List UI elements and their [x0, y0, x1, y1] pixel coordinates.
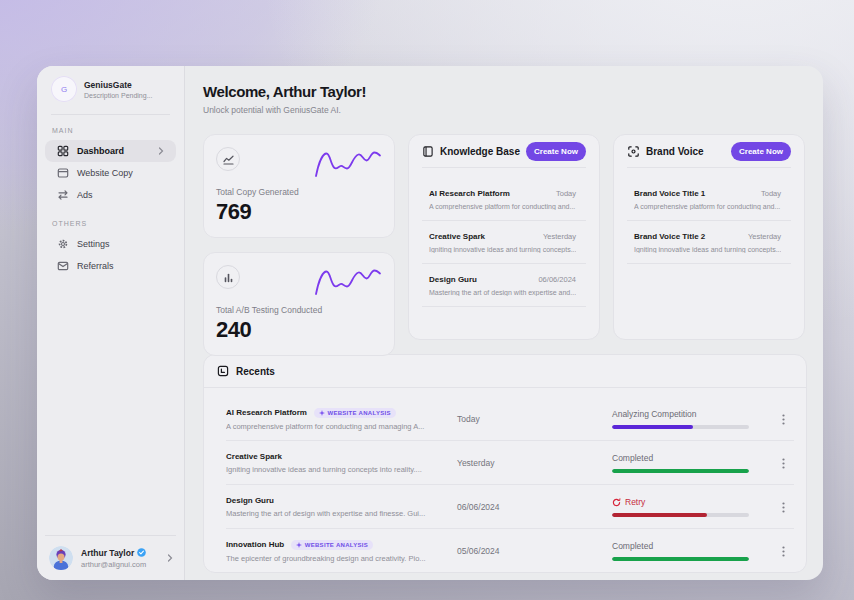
row-menu-button[interactable]: [770, 502, 796, 513]
brand-description: Description Pending...: [84, 92, 152, 99]
recent-title: Creative Spark: [226, 452, 282, 461]
item-date: Yesterday: [748, 232, 781, 241]
stat-value: 769: [216, 199, 382, 225]
sidebar-item-label: Settings: [77, 239, 110, 249]
sidebar-item-website-copy[interactable]: Website Copy: [45, 162, 176, 184]
recent-row[interactable]: Innovation Hub WEBSITE ANALYSIS The epic…: [204, 529, 806, 573]
item-description: Igniting innovative ideas and turning co…: [634, 246, 781, 253]
row-menu-button[interactable]: [770, 414, 796, 425]
brand-voice-item[interactable]: Brand Voice Title 1Today A comprehensive…: [627, 168, 791, 221]
recents-icon: [217, 365, 229, 377]
sparkle-icon: [319, 410, 325, 416]
recent-date: Yesterday: [457, 458, 612, 468]
progress-bar: [612, 469, 749, 473]
knowledge-item[interactable]: Design Guru06/06/2024 Mastering the art …: [422, 264, 586, 307]
brand-name: GeniusGate: [84, 80, 152, 90]
website-analysis-badge: WEBSITE ANALYSIS: [314, 408, 396, 418]
recent-row[interactable]: AI Research Platform WEBSITE ANALYSIS A …: [204, 388, 806, 441]
progress-bar: [612, 513, 749, 517]
browser-icon: [57, 167, 69, 179]
chevron-right-icon: [158, 147, 164, 155]
item-description: Igniting innovative ideas and turning co…: [429, 246, 576, 253]
item-description: Mastering the art of design with experti…: [429, 289, 576, 296]
sparkle-icon: [296, 542, 302, 548]
recent-date: Today: [457, 414, 612, 424]
book-icon: [422, 145, 434, 158]
nav-section-main: MAIN: [52, 127, 169, 134]
recent-status: Completed: [612, 453, 770, 463]
nav-section-others: OTHERS: [52, 220, 169, 227]
brand-voice-card: Brand Voice Create Now Brand Voice Title…: [613, 134, 805, 340]
progress-bar: [612, 557, 749, 561]
stat-label: Total Copy Generated: [216, 187, 382, 197]
item-date: Today: [761, 189, 781, 198]
sidebar-item-dashboard[interactable]: Dashboard: [45, 140, 176, 162]
verified-icon: [137, 548, 146, 557]
row-menu-button[interactable]: [770, 546, 796, 557]
app-window: G GeniusGate Description Pending... MAIN…: [37, 66, 823, 580]
item-date: Today: [556, 189, 576, 198]
sidebar-item-label: Dashboard: [77, 146, 124, 156]
knowledge-item[interactable]: AI Research PlatformToday A comprehensiv…: [422, 168, 586, 221]
profile-email: arthur@alignui.com: [81, 560, 146, 569]
page-subtitle: Unlock potential with GeniusGate AI.: [203, 105, 807, 115]
stat-card-ab-testing: Total A/B Testing Conducted 240: [203, 252, 395, 356]
recent-title: Design Guru: [226, 496, 274, 505]
user-profile[interactable]: Arthur Taylor arthur@alignui.com: [45, 535, 176, 570]
item-description: A comprehensive platform for conducting …: [429, 203, 576, 210]
panel-title: Brand Voice: [646, 146, 704, 157]
sidebar-item-label: Website Copy: [77, 168, 133, 178]
brand-voice-item[interactable]: Brand Voice Title 2Yesterday Igniting in…: [627, 221, 791, 264]
item-description: A comprehensive platform for conducting …: [634, 203, 781, 210]
profile-name: Arthur Taylor: [81, 548, 146, 558]
recent-title: Innovation Hub: [226, 540, 284, 549]
knowledge-base-card: Knowledge Base Create Now AI Research Pl…: [408, 134, 600, 340]
create-knowledge-button[interactable]: Create Now: [526, 142, 586, 161]
item-title: Design Guru: [429, 275, 477, 284]
grid-icon: [57, 145, 69, 157]
knowledge-item[interactable]: Creative SparkYesterday Igniting innovat…: [422, 221, 586, 264]
panel-title: Knowledge Base: [440, 146, 520, 157]
item-title: AI Research Platform: [429, 189, 510, 198]
create-brand-voice-button[interactable]: Create Now: [731, 142, 791, 161]
chevron-right-icon: [167, 554, 173, 562]
recents-title: Recents: [236, 366, 275, 377]
brand[interactable]: G GeniusGate Description Pending...: [45, 74, 176, 104]
recent-description: The epicenter of groundbreaking design a…: [226, 554, 451, 563]
sidebar-item-label: Referrals: [77, 261, 114, 271]
sidebar-item-ads[interactable]: Ads: [45, 184, 176, 206]
recent-status-retry[interactable]: Retry: [612, 497, 770, 507]
recent-description: A comprehensive platform for conducting …: [226, 422, 451, 431]
profile-name-text: Arthur Taylor: [81, 548, 134, 558]
progress-bar: [612, 425, 749, 429]
item-date: Yesterday: [543, 232, 576, 241]
recent-row[interactable]: Design Guru Mastering the art of design …: [204, 485, 806, 529]
stat-value: 240: [216, 317, 382, 343]
stat-card-copy-generated: Total Copy Generated 769: [203, 134, 395, 238]
retry-icon: [612, 498, 621, 507]
badge-label: WEBSITE ANALYSIS: [327, 410, 390, 416]
recent-status: Completed: [612, 541, 770, 551]
sidebar-item-referrals[interactable]: Referrals: [45, 255, 176, 277]
page-title: Welcome, Arthur Taylor!: [203, 83, 807, 100]
badge-label: WEBSITE ANALYSIS: [305, 542, 368, 548]
recent-description: Mastering the art of design with experti…: [226, 509, 451, 518]
recent-description: Igniting innovative ideas and turning co…: [226, 465, 451, 474]
sparkline-chart: [314, 266, 382, 296]
recent-date: 06/06/2024: [457, 502, 612, 512]
sidebar-divider: [51, 114, 170, 115]
recent-row[interactable]: Creative Spark Igniting innovative ideas…: [204, 441, 806, 485]
sidebar-item-settings[interactable]: Settings: [45, 233, 176, 255]
item-title: Brand Voice Title 2: [634, 232, 705, 241]
bar-chart-icon: [216, 265, 240, 289]
recent-status: Analyzing Competition: [612, 409, 770, 419]
recent-date: 05/06/2024: [457, 546, 612, 556]
sidebar-item-label: Ads: [77, 190, 93, 200]
gear-icon: [57, 238, 69, 250]
main-content: Welcome, Arthur Taylor! Unlock potential…: [185, 66, 823, 580]
row-menu-button[interactable]: [770, 458, 796, 469]
scan-icon: [627, 145, 640, 158]
website-analysis-badge: WEBSITE ANALYSIS: [291, 540, 373, 550]
recents-card: Recents AI Research Platform WEBSITE ANA…: [203, 354, 807, 573]
item-date: 06/06/2024: [538, 275, 576, 284]
